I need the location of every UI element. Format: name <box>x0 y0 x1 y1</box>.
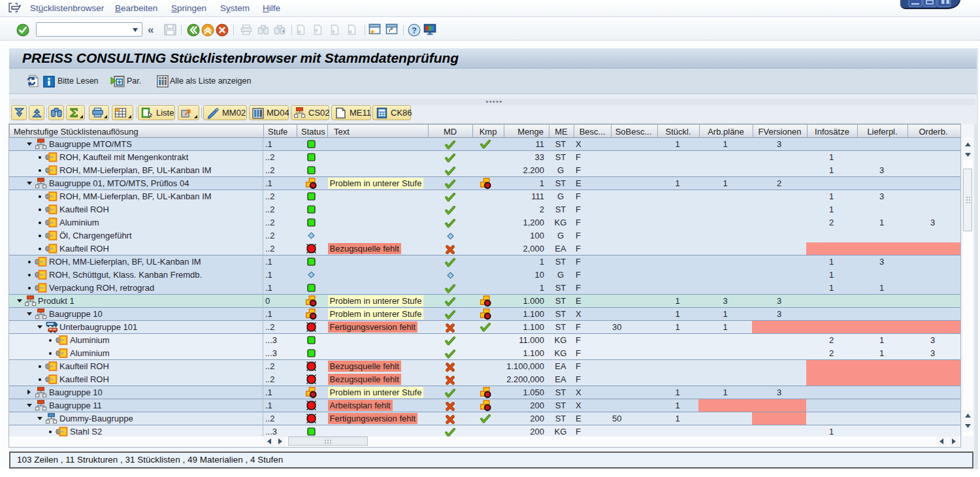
svg-text:?: ? <box>412 25 417 35</box>
